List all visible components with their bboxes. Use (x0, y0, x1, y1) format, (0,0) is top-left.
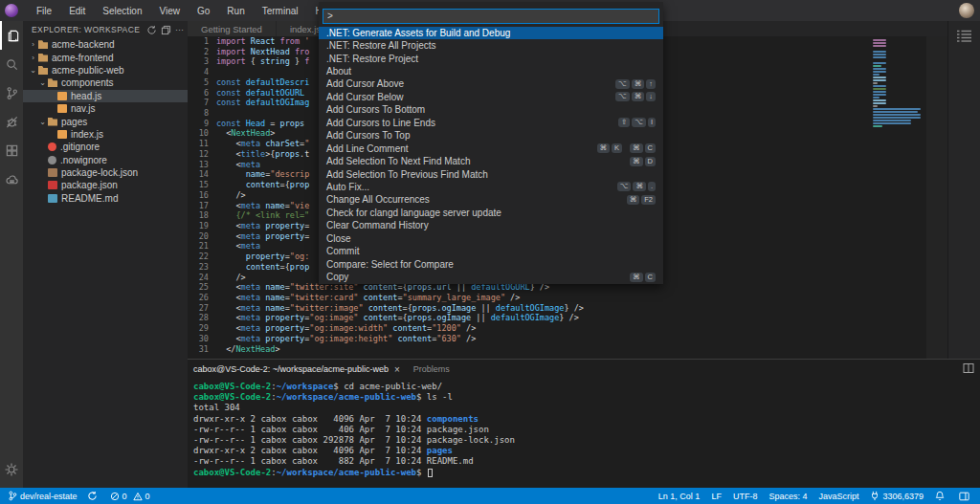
panel-layout-icon[interactable] (963, 361, 974, 378)
command-item[interactable]: Add Cursors To Top (319, 129, 663, 142)
eol-indicator[interactable]: LF (711, 492, 722, 501)
command-item[interactable]: Change All Occurrences⌘F2 (319, 193, 663, 206)
sync-icon[interactable] (87, 491, 100, 501)
code-token: = (265, 119, 279, 129)
command-item[interactable]: Add Cursor Below⌥⌘↓ (319, 91, 663, 103)
command-item[interactable]: Add Selection To Next Find Match⌘D (319, 155, 663, 167)
menu-item-edit[interactable]: Edit (60, 0, 94, 21)
line-number: 2 (188, 47, 216, 57)
code-line[interactable]: 27 <meta name="twitter:image" content={p… (188, 303, 947, 314)
cursor-position[interactable]: Ln 1, Col 1 (658, 492, 701, 501)
code-token: string (260, 56, 290, 67)
code-line[interactable]: 29 <meta property="og:image:width" conte… (188, 323, 947, 334)
command-item[interactable]: Auto Fix...⌥⌘. (319, 181, 663, 193)
encoding-indicator[interactable]: UTF-8 (733, 492, 758, 501)
debug-icon[interactable] (0, 107, 23, 136)
deploy-icon[interactable] (0, 164, 23, 193)
menu-item-terminal[interactable]: Terminal (254, 0, 307, 21)
command-item[interactable]: .NET: Restore All Projects (319, 39, 663, 52)
problems-tab[interactable]: Problems (413, 364, 450, 374)
menu-item-file[interactable]: File (28, 0, 60, 21)
command-item[interactable]: Add Cursors To Bottom (319, 103, 663, 116)
code-token: property (265, 323, 304, 334)
tree-folder-acme-backend[interactable]: ›acme-backend (23, 38, 188, 51)
js-file-icon (57, 92, 67, 100)
menu-item-view[interactable]: View (151, 0, 189, 21)
chevron-icon: ⌄ (29, 66, 37, 75)
code-token: < (216, 293, 241, 303)
command-item[interactable]: Copy⌘C (319, 271, 663, 283)
more-actions-icon[interactable]: ··· (175, 25, 184, 34)
folder-file-icon (38, 54, 48, 62)
branch-indicator[interactable]: dev/real-estate (8, 491, 78, 501)
language-mode[interactable]: JavaScript (818, 492, 858, 501)
command-item[interactable]: .NET: Restore Project (319, 52, 663, 64)
tree-file-.nowignore[interactable]: .nowignore (23, 154, 188, 166)
tree-file-package-lock.json[interactable]: package-lock.json (23, 166, 188, 179)
tab-getting-started[interactable]: Getting Started (188, 21, 277, 36)
command-item[interactable]: Add Cursors to Line Ends⇧⌥I (319, 117, 663, 129)
key-badge: ↓ (646, 92, 656, 101)
keybinding-group: ⇧⌥I (616, 118, 656, 127)
tree-folder-components[interactable]: ⌄components (23, 77, 188, 89)
command-item[interactable]: Add Selection To Previous Find Match (319, 167, 663, 180)
gear-icon[interactable] (0, 455, 23, 484)
avatar[interactable] (959, 3, 974, 18)
problems-indicator[interactable]: 0 0 (110, 492, 150, 501)
tree-file-package.json[interactable]: package.json (23, 179, 188, 191)
tree-file-.gitignore[interactable]: .gitignore (23, 141, 188, 153)
outline-list-icon[interactable] (956, 29, 973, 43)
terminal-token: cabox@VS-Code-2 (193, 382, 271, 391)
tree-folder-acme-public-web[interactable]: ⌄acme-public-web (23, 64, 188, 77)
command-item[interactable]: .NET: Generate Assets for Build and Debu… (319, 27, 663, 39)
command-item[interactable]: Add Line Comment⌘K⌘C (319, 142, 663, 154)
menu-bar: FileEditSelectionViewGoRunTerminalHelp (28, 0, 344, 21)
explorer-icon[interactable] (0, 21, 23, 50)
code-token: < (216, 139, 241, 149)
notifications-bell-icon[interactable] (935, 491, 947, 501)
code-token: defaultOGURL (246, 88, 304, 99)
menu-item-selection[interactable]: Selection (94, 0, 150, 21)
collapse-all-icon[interactable] (161, 25, 171, 35)
search-icon[interactable] (0, 50, 23, 78)
extensions-icon[interactable] (0, 136, 23, 164)
terminal-tab-close-icon[interactable]: × (394, 364, 400, 375)
layout-icon[interactable] (959, 492, 972, 501)
code-line[interactable]: 26 <meta name="twitter:card" content="su… (188, 293, 947, 303)
ports-indicator[interactable]: 3306,6379 (870, 491, 924, 501)
indentation-indicator[interactable]: Spaces: 4 (768, 492, 807, 501)
key-badge: ⌥ (617, 182, 632, 191)
command-item[interactable]: Add Cursor Above⌥⌘↑ (319, 77, 663, 90)
refresh-icon[interactable] (146, 25, 157, 35)
code-line[interactable]: 31 </NextHead> (188, 344, 947, 355)
minimap[interactable] (873, 39, 923, 128)
tree-folder-pages[interactable]: ⌄pages (23, 115, 188, 127)
command-palette-input[interactable] (323, 9, 659, 24)
code-line[interactable]: 28 <meta property="og:image" content={pr… (188, 313, 947, 323)
menu-item-run[interactable]: Run (218, 0, 253, 21)
code-token: React (251, 36, 280, 47)
code-token (216, 169, 246, 180)
editor-scrollbar-vertical[interactable] (926, 36, 947, 380)
keybinding: ⌘F2 (619, 195, 656, 205)
menu-item-go[interactable]: Go (189, 0, 218, 21)
command-item[interactable]: Commit (319, 245, 663, 257)
command-item[interactable]: Compare: Select for Compare (319, 257, 663, 270)
code-token: NextHead (231, 128, 270, 139)
tree-file-nav.js[interactable]: nav.js (23, 102, 188, 115)
line-number: 6 (188, 88, 216, 99)
source-control-icon[interactable] (0, 78, 23, 107)
terminal-tab[interactable]: cabox@VS-Code-2: ~/workspace/acme-public… (193, 364, 400, 375)
tree-folder-acme-frontend[interactable]: ›acme-frontend (23, 51, 188, 63)
command-item[interactable]: Close (319, 232, 663, 245)
command-item[interactable]: Clear Command History (319, 219, 663, 231)
command-item[interactable]: Check for clangd language server update (319, 207, 663, 219)
command-item[interactable]: About (319, 65, 663, 77)
tree-file-index.js[interactable]: index.js (23, 128, 188, 141)
code-token: property (265, 231, 304, 242)
terminal-output[interactable]: cabox@VS-Code-2:~/workspace$ cd acme-pub… (188, 379, 980, 478)
tree-file-head.js[interactable]: head.js (23, 90, 188, 102)
code-token: < (216, 313, 241, 323)
tree-file-README.md[interactable]: README.md (23, 192, 188, 205)
code-line[interactable]: 30 <meta property="og:image:height" cont… (188, 334, 947, 344)
